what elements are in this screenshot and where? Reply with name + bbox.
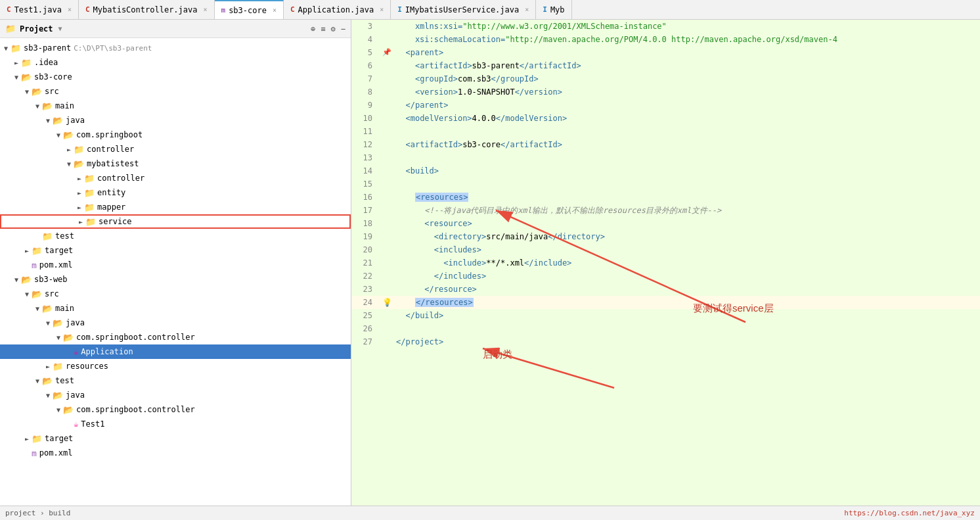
- tree-item-application[interactable]: ☕ Application: [0, 344, 351, 359]
- arrow-idea: [12, 59, 21, 66]
- tree-item-idea[interactable]: 📁 .idea: [0, 55, 351, 70]
- code-line-27: 27 </project>: [351, 335, 980, 348]
- code-content-16: <resources>: [396, 191, 468, 204]
- tree-item-controller1[interactable]: 📁 controller: [0, 142, 351, 156]
- tree-item-java2[interactable]: 📂 java: [0, 316, 351, 330]
- line-num-24: 24: [351, 296, 378, 309]
- tree-item-pomxml2[interactable]: m pom.xml: [0, 446, 351, 460]
- tree-item-sb3parent[interactable]: 📁 sb3-parent C:\D\PT\sb3-parent: [0, 41, 351, 55]
- code-content-9: </parent>: [396, 99, 448, 112]
- folder-icon-target1: 📁: [32, 246, 42, 256]
- code-line-18: 18 <resource>: [351, 217, 980, 230]
- line-num-9: 9: [351, 99, 378, 112]
- code-content-25: </build>: [396, 309, 443, 322]
- status-right: https://blog.csdn.net/java_xyz: [844, 509, 975, 517]
- code-line-13: 13: [351, 151, 980, 164]
- hide-icon[interactable]: −: [341, 24, 345, 34]
- tree-item-mybatistest[interactable]: 📂 mybatistest: [0, 156, 351, 171]
- label-comspringbootctrl: com.springboot.controller: [76, 333, 195, 342]
- tree-item-sb3web[interactable]: 📂 sb3-web: [0, 272, 351, 287]
- label-src: src: [45, 87, 59, 96]
- line-num-17: 17: [351, 204, 378, 217]
- tree-item-java3[interactable]: 📂 java: [0, 388, 351, 402]
- tree-item-controller2[interactable]: 📁 controller: [0, 171, 351, 185]
- code-content-23: </resource>: [396, 283, 477, 296]
- tree-item-src2[interactable]: 📂 src: [0, 287, 351, 301]
- arrow-target1: [22, 247, 32, 254]
- tree-item-main[interactable]: 📂 main: [0, 99, 351, 113]
- java-icon-test1: ☕: [74, 419, 78, 429]
- tree-item-service[interactable]: 📁 service: [0, 214, 351, 229]
- tab-sb3core[interactable]: m sb3-core ×: [215, 0, 284, 19]
- settings-icon[interactable]: ⚙: [331, 24, 336, 34]
- tab-close-imybatisuserservice[interactable]: ×: [525, 6, 529, 13]
- code-content-8: <version>1.0-SNAPSHOT</version>: [396, 85, 562, 99]
- label-controller1: controller: [87, 145, 134, 154]
- label-service: service: [99, 217, 132, 226]
- arrow-target2: [22, 435, 32, 442]
- folder-icon-sb3web: 📂: [21, 275, 32, 285]
- code-line-7: 7 <groupId>com.sb3</groupId>: [351, 72, 980, 85]
- tree-item-test1file[interactable]: ☕ Test1: [0, 417, 351, 431]
- tab-close-sb3core[interactable]: ×: [273, 7, 277, 14]
- tree-item-mapper[interactable]: 📁 mapper: [0, 200, 351, 214]
- tab-close-application[interactable]: ×: [380, 6, 384, 13]
- gutter-5: 📌: [378, 46, 396, 59]
- label-pomxml2: pom.xml: [39, 448, 73, 458]
- tab-myb2[interactable]: I Myb: [536, 0, 571, 19]
- locate-icon[interactable]: ⊕: [311, 24, 315, 34]
- tree-item-main2[interactable]: 📂 main: [0, 301, 351, 316]
- arrow-java3: [43, 392, 53, 399]
- tab-application[interactable]: C Application.java ×: [284, 0, 391, 19]
- tab-test1[interactable]: C Test1.java ×: [0, 0, 79, 19]
- gutter-8: [378, 85, 396, 99]
- code-content-20: <includes>: [396, 243, 481, 256]
- line-num-11: 11: [351, 125, 378, 138]
- code-line-14: 14 <build>: [351, 164, 980, 177]
- tree-item-src[interactable]: 📂 src: [0, 84, 351, 99]
- folder-icon-idea: 📁: [21, 58, 32, 68]
- tree-item-resources[interactable]: 📁 resources: [0, 359, 351, 373]
- label-target2: target: [45, 434, 73, 443]
- sidebar: 📁 Project ▼ ⊕ ≡ ⚙ − 📁 sb3-parent C:\D\PT…: [0, 20, 351, 506]
- code-line-26: 26: [351, 322, 980, 335]
- tree-item-java[interactable]: 📂 java: [0, 113, 351, 128]
- tree-item-test2[interactable]: 📂 test: [0, 373, 351, 388]
- editor[interactable]: 3 xmlns:xsi="http://www.w3.org/2001/XMLS…: [351, 20, 980, 506]
- tree-item-test1[interactable]: 📁 test: [0, 229, 351, 243]
- label-java: java: [66, 116, 85, 125]
- project-dropdown-icon[interactable]: ▼: [58, 25, 62, 32]
- line-num-13: 13: [351, 151, 378, 164]
- arrow-resources: [43, 363, 53, 370]
- gutter-23: [378, 283, 396, 296]
- tree-item-entity[interactable]: 📁 entity: [0, 185, 351, 200]
- code-content-22: </includes>: [396, 270, 486, 283]
- folder-icon-src: 📂: [32, 87, 42, 97]
- tree-item-target2[interactable]: 📁 target: [0, 431, 351, 446]
- tab-close-test1[interactable]: ×: [68, 6, 72, 13]
- tab-close-mybatisctrl[interactable]: ×: [203, 6, 207, 13]
- tree-item-sb3core[interactable]: 📂 sb3-core: [0, 70, 351, 84]
- label-src2: src: [45, 289, 59, 298]
- line-num-21: 21: [351, 256, 378, 270]
- arrow-sb3core: [12, 74, 21, 81]
- tab-imybatisuserservice[interactable]: I IMybatisUserService.java ×: [391, 0, 536, 19]
- line-num-8: 8: [351, 85, 378, 99]
- folder-icon-test1: 📁: [42, 231, 53, 241]
- tab-mybatisctrl[interactable]: C MybatisController.java ×: [79, 0, 215, 19]
- label-sb3parent: sb3-parent: [24, 43, 71, 53]
- tree-item-comspringboot[interactable]: 📂 com.springboot: [0, 128, 351, 142]
- collapse-icon[interactable]: ≡: [321, 24, 325, 34]
- tree-item-target1[interactable]: 📁 target: [0, 243, 351, 258]
- tree-item-comspringbootctrl2[interactable]: 📂 com.springboot.controller: [0, 402, 351, 417]
- tab-icon-c: C: [7, 5, 11, 14]
- tree-item-comspringbootctrl[interactable]: 📂 com.springboot.controller: [0, 330, 351, 344]
- label-comspringboot: com.springboot: [76, 130, 143, 139]
- folder-icon-controller2: 📁: [84, 174, 95, 183]
- tree-item-pomxml1[interactable]: m pom.xml: [0, 258, 351, 272]
- label-java2: java: [66, 318, 85, 327]
- arrow-mybatistest: [64, 160, 74, 168]
- folder-icon-java2: 📂: [53, 318, 63, 328]
- label-test2: test: [55, 376, 74, 385]
- gutter-9: [378, 99, 396, 112]
